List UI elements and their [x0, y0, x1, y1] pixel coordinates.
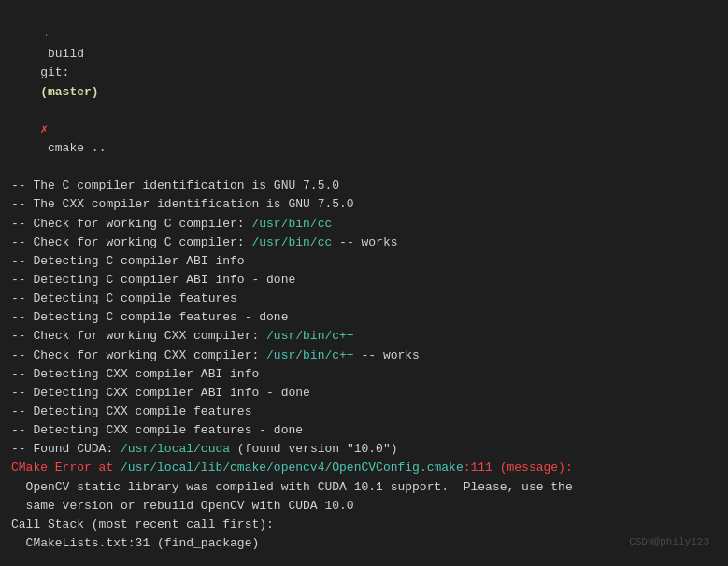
path-cc: /usr/bin/cc [251, 217, 332, 231]
output-line-7: -- Detecting C compile features [11, 290, 717, 308]
output-line-callstack: Call Stack (most recent call first): [11, 516, 717, 534]
prompt-git: git: [40, 65, 69, 79]
output-line-5: -- Detecting C compiler ABI info [11, 252, 717, 271]
output-line-3: -- Check for working C compiler: /usr/bi… [11, 215, 717, 233]
output-line-2: -- The CXX compiler identification is GN… [11, 195, 717, 214]
output-line-10: -- Check for working CXX compiler: /usr/… [11, 347, 717, 365]
output-line-14: -- Detecting CXX compile features - done [11, 421, 717, 440]
path-cuda: /usr/local/cuda [121, 442, 230, 456]
output-line-1: -- The C compiler identification is GNU … [11, 177, 717, 195]
path-opencv-cmake: /usr/local/lib/cmake/opencv4/OpenCVConfi… [121, 460, 464, 474]
cmake-error-header: CMake Error at /usr/local/lib/cmake/open… [11, 459, 717, 477]
output-line-cmakelists: CMakeLists.txt:31 (find_package) [11, 534, 717, 553]
watermark: CSDN@phily123 [629, 536, 709, 547]
prompt-x: ✗ [40, 122, 48, 136]
terminal: → build git: (master) ✗ cmake .. -- The … [0, 0, 728, 566]
cmake-error-detail-2: same version or rebuild OpenCV with CUDA… [11, 497, 717, 516]
prompt-arrow: → [40, 28, 48, 42]
blank-1 [11, 553, 717, 566]
prompt-space [40, 104, 48, 118]
output-line-4: -- Check for working C compiler: /usr/bi… [11, 233, 717, 252]
output-line-15: -- Found CUDA: /usr/local/cuda (found ve… [11, 440, 717, 459]
cmake-error-detail-1: OpenCV static library was compiled with … [11, 478, 717, 497]
output-line-13: -- Detecting CXX compile features [11, 403, 717, 421]
output-line-6: -- Detecting C compiler ABI info - done [11, 271, 717, 290]
prompt-command: cmake .. [40, 141, 106, 155]
path-cxx2: /usr/bin/c++ [266, 348, 354, 362]
prompt-dir: build [40, 47, 92, 61]
prompt-branch: (master) [40, 85, 98, 99]
path-cc2: /usr/bin/cc [251, 235, 332, 249]
output-line-8: -- Detecting C compile features - done [11, 308, 717, 327]
output-line-12: -- Detecting CXX compiler ABI info - don… [11, 384, 717, 403]
output-line-11: -- Detecting CXX compiler ABI info [11, 365, 717, 384]
output-line-9: -- Check for working CXX compiler: /usr/… [11, 327, 717, 346]
prompt-line: → build git: (master) ✗ cmake .. [11, 7, 717, 177]
path-cxx: /usr/bin/c++ [266, 329, 354, 343]
